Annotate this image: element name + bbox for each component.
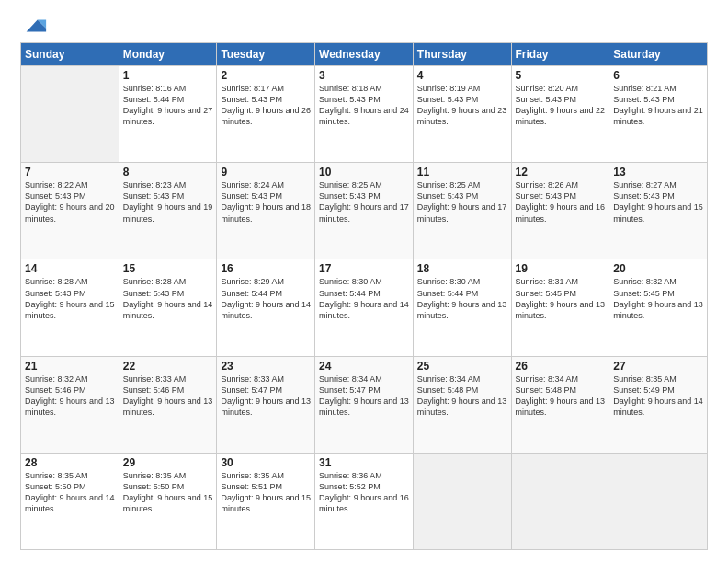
cell-info: Sunrise: 8:32 AMSunset: 5:45 PMDaylight:…: [613, 276, 703, 321]
cell-info: Sunrise: 8:35 AMSunset: 5:49 PMDaylight:…: [613, 373, 703, 419]
cell-info: Sunrise: 8:23 AMSunset: 5:43 PMDaylight:…: [123, 179, 213, 224]
cell-info: Sunrise: 8:17 AMSunset: 5:43 PMDaylight:…: [221, 83, 311, 128]
date-number: 7: [25, 166, 115, 178]
logo: [20, 17, 48, 39]
calendar-table: SundayMondayTuesdayWednesdayThursdayFrid…: [20, 42, 708, 550]
date-number: 14: [25, 262, 115, 275]
cell-info: Sunrise: 8:30 AMSunset: 5:44 PMDaylight:…: [319, 276, 409, 321]
date-number: 9: [221, 166, 311, 178]
header: [20, 17, 708, 39]
date-number: 15: [123, 262, 213, 275]
calendar-week-row: 7Sunrise: 8:22 AMSunset: 5:43 PMDaylight…: [21, 163, 708, 259]
calendar-cell: 20Sunrise: 8:32 AMSunset: 5:45 PMDayligh…: [609, 259, 708, 356]
calendar-cell: 3Sunrise: 8:18 AMSunset: 5:43 PMDaylight…: [315, 66, 414, 163]
date-number: 28: [25, 456, 115, 469]
date-number: 6: [613, 69, 703, 82]
calendar-cell: 9Sunrise: 8:24 AMSunset: 5:43 PMDaylight…: [217, 163, 315, 259]
calendar-cell: 29Sunrise: 8:35 AMSunset: 5:50 PMDayligh…: [119, 453, 217, 549]
cell-info: Sunrise: 8:26 AMSunset: 5:43 PMDaylight:…: [516, 179, 606, 224]
date-number: 17: [319, 262, 409, 275]
calendar-cell: 25Sunrise: 8:34 AMSunset: 5:48 PMDayligh…: [413, 356, 511, 453]
weekday-header-monday: Monday: [119, 43, 217, 66]
date-number: 8: [123, 166, 213, 178]
date-number: 4: [417, 69, 507, 82]
date-number: 12: [516, 166, 606, 178]
calendar-cell: 24Sunrise: 8:34 AMSunset: 5:47 PMDayligh…: [315, 356, 414, 453]
calendar-cell: 13Sunrise: 8:27 AMSunset: 5:43 PMDayligh…: [609, 163, 708, 259]
date-number: 3: [319, 69, 409, 82]
calendar-cell: 5Sunrise: 8:20 AMSunset: 5:43 PMDaylight…: [511, 66, 609, 163]
calendar-cell: 8Sunrise: 8:23 AMSunset: 5:43 PMDaylight…: [119, 163, 217, 259]
cell-info: Sunrise: 8:27 AMSunset: 5:43 PMDaylight:…: [613, 179, 703, 224]
date-number: 27: [613, 360, 703, 373]
calendar-cell: 31Sunrise: 8:36 AMSunset: 5:52 PMDayligh…: [315, 453, 414, 549]
date-number: 20: [613, 262, 703, 275]
calendar-cell: 1Sunrise: 8:16 AMSunset: 5:44 PMDaylight…: [119, 66, 217, 163]
calendar-cell: 23Sunrise: 8:33 AMSunset: 5:47 PMDayligh…: [217, 356, 315, 453]
cell-info: Sunrise: 8:20 AMSunset: 5:43 PMDaylight:…: [516, 83, 606, 128]
cell-info: Sunrise: 8:34 AMSunset: 5:48 PMDaylight:…: [417, 373, 507, 419]
cell-info: Sunrise: 8:33 AMSunset: 5:46 PMDaylight:…: [123, 373, 213, 419]
cell-info: Sunrise: 8:32 AMSunset: 5:46 PMDaylight:…: [25, 373, 115, 419]
cell-info: Sunrise: 8:35 AMSunset: 5:50 PMDaylight:…: [25, 470, 115, 515]
calendar-cell: [21, 66, 119, 163]
date-number: 13: [613, 166, 703, 178]
date-number: 5: [516, 69, 606, 82]
date-number: 29: [123, 456, 213, 469]
cell-info: Sunrise: 8:35 AMSunset: 5:50 PMDaylight:…: [123, 470, 213, 515]
cell-info: Sunrise: 8:35 AMSunset: 5:51 PMDaylight:…: [221, 470, 311, 515]
date-number: 22: [123, 360, 213, 373]
weekday-header-sunday: Sunday: [21, 43, 119, 66]
cell-info: Sunrise: 8:29 AMSunset: 5:44 PMDaylight:…: [221, 276, 311, 321]
date-number: 16: [221, 262, 311, 275]
calendar-week-row: 28Sunrise: 8:35 AMSunset: 5:50 PMDayligh…: [21, 453, 708, 549]
cell-info: Sunrise: 8:19 AMSunset: 5:43 PMDaylight:…: [417, 83, 507, 128]
calendar-cell: [413, 453, 511, 549]
calendar-page: SundayMondayTuesdayWednesdayThursdayFrid…: [0, 0, 728, 563]
date-number: 24: [319, 360, 409, 373]
calendar-cell: 28Sunrise: 8:35 AMSunset: 5:50 PMDayligh…: [21, 453, 119, 549]
cell-info: Sunrise: 8:24 AMSunset: 5:43 PMDaylight:…: [221, 179, 311, 224]
weekday-header-tuesday: Tuesday: [217, 43, 315, 66]
cell-info: Sunrise: 8:30 AMSunset: 5:44 PMDaylight:…: [417, 276, 507, 321]
calendar-cell: 7Sunrise: 8:22 AMSunset: 5:43 PMDaylight…: [21, 163, 119, 259]
calendar-week-row: 14Sunrise: 8:28 AMSunset: 5:43 PMDayligh…: [21, 259, 708, 356]
cell-info: Sunrise: 8:16 AMSunset: 5:44 PMDaylight:…: [123, 83, 213, 128]
cell-info: Sunrise: 8:31 AMSunset: 5:45 PMDaylight:…: [516, 276, 606, 321]
calendar-cell: 19Sunrise: 8:31 AMSunset: 5:45 PMDayligh…: [511, 259, 609, 356]
calendar-week-row: 1Sunrise: 8:16 AMSunset: 5:44 PMDaylight…: [21, 66, 708, 163]
calendar-cell: [609, 453, 708, 549]
logo-icon: [22, 13, 48, 39]
date-number: 18: [417, 262, 507, 275]
cell-info: Sunrise: 8:34 AMSunset: 5:48 PMDaylight:…: [516, 373, 606, 419]
calendar-cell: 6Sunrise: 8:21 AMSunset: 5:43 PMDaylight…: [609, 66, 708, 163]
date-number: 1: [123, 69, 213, 82]
calendar-cell: 14Sunrise: 8:28 AMSunset: 5:43 PMDayligh…: [21, 259, 119, 356]
calendar-cell: 16Sunrise: 8:29 AMSunset: 5:44 PMDayligh…: [217, 259, 315, 356]
cell-info: Sunrise: 8:25 AMSunset: 5:43 PMDaylight:…: [319, 179, 409, 224]
date-number: 25: [417, 360, 507, 373]
weekday-header-saturday: Saturday: [609, 43, 708, 66]
cell-info: Sunrise: 8:28 AMSunset: 5:43 PMDaylight:…: [25, 276, 115, 321]
weekday-header-thursday: Thursday: [413, 43, 511, 66]
calendar-cell: 26Sunrise: 8:34 AMSunset: 5:48 PMDayligh…: [511, 356, 609, 453]
cell-info: Sunrise: 8:36 AMSunset: 5:52 PMDaylight:…: [319, 470, 409, 515]
calendar-cell: 10Sunrise: 8:25 AMSunset: 5:43 PMDayligh…: [315, 163, 414, 259]
calendar-cell: 15Sunrise: 8:28 AMSunset: 5:43 PMDayligh…: [119, 259, 217, 356]
calendar-cell: 30Sunrise: 8:35 AMSunset: 5:51 PMDayligh…: [217, 453, 315, 549]
date-number: 2: [221, 69, 311, 82]
calendar-cell: 18Sunrise: 8:30 AMSunset: 5:44 PMDayligh…: [413, 259, 511, 356]
calendar-cell: 27Sunrise: 8:35 AMSunset: 5:49 PMDayligh…: [609, 356, 708, 453]
calendar-cell: [511, 453, 609, 549]
weekday-header-row: SundayMondayTuesdayWednesdayThursdayFrid…: [21, 43, 708, 66]
calendar-cell: 12Sunrise: 8:26 AMSunset: 5:43 PMDayligh…: [511, 163, 609, 259]
cell-info: Sunrise: 8:21 AMSunset: 5:43 PMDaylight:…: [613, 83, 703, 128]
cell-info: Sunrise: 8:18 AMSunset: 5:43 PMDaylight:…: [319, 83, 409, 128]
calendar-week-row: 21Sunrise: 8:32 AMSunset: 5:46 PMDayligh…: [21, 356, 708, 453]
cell-info: Sunrise: 8:33 AMSunset: 5:47 PMDaylight:…: [221, 373, 311, 419]
calendar-cell: 4Sunrise: 8:19 AMSunset: 5:43 PMDaylight…: [413, 66, 511, 163]
cell-info: Sunrise: 8:28 AMSunset: 5:43 PMDaylight:…: [123, 276, 213, 321]
cell-info: Sunrise: 8:25 AMSunset: 5:43 PMDaylight:…: [417, 179, 507, 224]
weekday-header-friday: Friday: [511, 43, 609, 66]
calendar-cell: 17Sunrise: 8:30 AMSunset: 5:44 PMDayligh…: [315, 259, 414, 356]
